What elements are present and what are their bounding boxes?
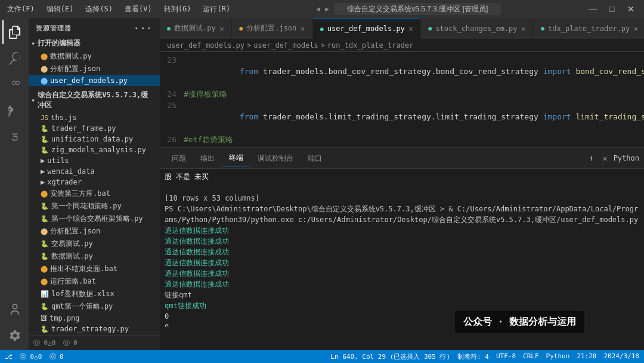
project-section[interactable]: ▾ 综合自定义交易系统V5.5.7.3,缓冲区 <box>29 88 160 112</box>
tab-data-test[interactable]: ● 数据测试.py × <box>160 18 232 39</box>
sidebar-menu-icon[interactable]: ··· <box>134 23 153 34</box>
status-eol[interactable]: CRLF <box>523 352 539 361</box>
watermark: 公众号 · 数据分析与运用 <box>455 311 584 333</box>
file-lof[interactable]: 📊 lof盈利数据.xlsx <box>29 288 160 300</box>
file-trader-strategy[interactable]: 🐍 trader_strategy.py <box>29 324 160 334</box>
file-trading-test[interactable]: 🐍 交易测试.py <box>29 238 160 250</box>
activity-explorer[interactable] <box>2 20 26 44</box>
file-exit-bat[interactable]: ⬤ 推出不结束桌面.bat <box>29 263 160 275</box>
title-search[interactable]: ◀ ▶ <box>233 3 584 15</box>
open-file-datajson[interactable]: ⬤ 数据测试.py <box>29 50 160 63</box>
file-data-test[interactable]: 🐍 数据测试.py <box>29 250 160 263</box>
status-position[interactable]: Ln 640, Col 29 (已选择入 305 行) <box>330 352 450 361</box>
menu-file[interactable]: 文件(F) <box>5 3 37 16</box>
file-icon-py8: 🐍 <box>41 253 49 260</box>
panel-close-btn[interactable]: ✕ <box>600 152 609 164</box>
status-time: 21:20 <box>577 352 596 361</box>
file-icon-xlsx: 📊 <box>41 290 49 298</box>
folder-xgtrader[interactable]: ▶ xgtrader <box>29 177 160 187</box>
tab-tdx-plate[interactable]: ● tdx_plate_trader.py × <box>534 18 644 39</box>
status-encoding[interactable]: UTF-8 <box>496 352 516 361</box>
file-install-bat[interactable]: ⬤ 安装第三方库.bat <box>29 187 160 200</box>
tab-analysis-config[interactable]: ● 分析配置.json × <box>232 18 313 39</box>
panel-maximize-btn[interactable]: ⬆ <box>587 152 596 164</box>
file-icon-png: 🖼 <box>41 315 47 322</box>
folder-arrow-xgtrader: ▶ <box>41 178 45 186</box>
status-errors[interactable]: ⓪ 0△0 <box>20 352 42 361</box>
file-tmp-png[interactable]: 🖼 tmp.png <box>29 313 160 324</box>
file-first-strategy[interactable]: 🐍 第一个同花顺策略.py <box>29 200 160 213</box>
menu-view[interactable]: 查看(V) <box>122 3 154 16</box>
file-trader-frame[interactable]: 🐍 trader_frame.py <box>29 123 160 134</box>
breadcrumb-class[interactable]: user_def_models <box>253 41 318 50</box>
file-analysis-json[interactable]: ⬤ 分析配置.json <box>29 225 160 238</box>
activity-account[interactable] <box>2 297 26 321</box>
panel-tab-problems[interactable]: 问题 <box>165 150 193 167</box>
menu-select[interactable]: 选择(S) <box>83 3 115 16</box>
activity-settings[interactable] <box>2 324 26 347</box>
window-close-btn[interactable]: ✕ <box>623 2 639 16</box>
tab-user-def-models[interactable]: ● user_def_models.py × <box>313 18 422 39</box>
menu-edit[interactable]: 编辑(E) <box>44 3 76 16</box>
sidebar-status-right: ⓪ 0 <box>63 339 78 347</box>
panel-tab-debug[interactable]: 调试控制台 <box>250 150 301 167</box>
activity-search[interactable] <box>2 47 26 70</box>
open-file-userdef[interactable]: ⬤ user_def_models.py <box>29 75 160 86</box>
window-min-btn[interactable]: — <box>584 2 601 16</box>
file-zig[interactable]: 🐍 zig_models_analysis.py <box>29 144 160 155</box>
main-area: 资源管理器 ··· ▾ 打开的编辑器 ⬤ 数据测试.py ⬤ 分析配置.json… <box>0 18 644 350</box>
panel-tab-terminal[interactable]: 终端 <box>222 149 250 167</box>
tab-stock-changes[interactable]: ● stock_changes_em.py × <box>421 18 534 39</box>
project-arrow: ▾ <box>31 96 35 104</box>
open-editors-section[interactable]: ▾ 打开的编辑器 <box>29 36 160 50</box>
code-line-23: 23 from trader_models.bond_cov_rend_stra… <box>160 54 644 88</box>
panel: 问题 输出 终端 调试控制台 端口 ⬆ ✕ Python 股 不是 未买 <box>160 147 644 327</box>
menu-goto[interactable]: 转到(G) <box>162 3 194 16</box>
activity-source-control[interactable] <box>2 73 26 97</box>
folder-arrow-utils: ▶ <box>41 156 45 165</box>
file-integrated-strategy[interactable]: 🐍 第一个综合交易框架策略.py <box>29 213 160 225</box>
file-icon-py5: 🐍 <box>41 202 49 210</box>
file-icon-py6: 🐍 <box>41 215 49 223</box>
search-input[interactable] <box>334 3 501 15</box>
folder-wencai[interactable]: ▶ wencai_data <box>29 166 160 177</box>
open-file-analysisjson[interactable]: ⬤ 分析配置.json <box>29 63 160 75</box>
open-file-label-3: user_def_models.py <box>50 76 128 85</box>
tab-label-5: tdx_plate_trader.py <box>548 24 630 33</box>
status-branch[interactable]: ⎇ <box>5 353 13 361</box>
file-unification[interactable]: 🐍 unification_data.py <box>29 134 160 144</box>
panel-tab-ports[interactable]: 端口 <box>301 150 329 167</box>
status-warnings[interactable]: ⓪ 0 <box>49 352 64 361</box>
menu-run[interactable]: 运行(R) <box>200 3 233 16</box>
tab-icon-py1: ● <box>167 25 171 32</box>
file-label-first-strategy: 第一个同花顺策略.py <box>51 201 122 211</box>
breadcrumb-file[interactable]: user_def_models.py <box>167 41 244 50</box>
panel-tab-output[interactable]: 输出 <box>193 150 222 167</box>
term-line-header: 股 不是 未买 <box>165 171 639 182</box>
file-icon-bat3: ⬤ <box>41 278 48 285</box>
file-label-ths: ths.js <box>51 113 76 122</box>
file-qmt[interactable]: 🐍 qmt第一个策略.py <box>29 300 160 313</box>
title-bar: 文件(F) 编辑(E) 选择(S) 查看(V) 转到(G) 运行(R) ◀ ▶ … <box>0 0 644 18</box>
file-label-qmt: qmt第一个策略.py <box>51 302 113 312</box>
window-max-btn[interactable]: □ <box>603 2 620 16</box>
file-ths[interactable]: JS ths.js <box>29 112 160 123</box>
tab-close-3[interactable]: × <box>408 24 413 33</box>
tab-close-5[interactable]: × <box>633 24 638 33</box>
tabs-bar: ● 数据测试.py × ● 分析配置.json × ● user_def_mod… <box>160 18 644 39</box>
status-language[interactable]: Python <box>546 352 570 361</box>
breadcrumb-method[interactable]: run_tdx_plate_trader <box>327 41 414 50</box>
folder-utils[interactable]: ▶ utils <box>29 155 160 166</box>
file-label-integrated: 第一个综合交易框架策略.py <box>51 214 143 224</box>
file-run-bat[interactable]: ⬤ 运行策略.bat <box>29 275 160 288</box>
sidebar-content: ▾ 打开的编辑器 ⬤ 数据测试.py ⬤ 分析配置.json ⬤ user_de… <box>29 36 160 336</box>
activity-extensions[interactable] <box>2 125 26 149</box>
activity-debug[interactable] <box>2 99 26 123</box>
file-icon-json: ⬤ <box>41 53 48 60</box>
tab-close-2[interactable]: × <box>300 24 305 33</box>
status-tab-size[interactable]: 制表符: 4 <box>457 352 489 361</box>
terminal-output[interactable]: 股 不是 未买 [10 rows x 53 columns] PS C:\Use… <box>160 169 644 327</box>
tab-close-1[interactable]: × <box>219 24 224 33</box>
line-num-24: 24 <box>160 88 184 100</box>
tab-close-4[interactable]: × <box>521 24 526 33</box>
